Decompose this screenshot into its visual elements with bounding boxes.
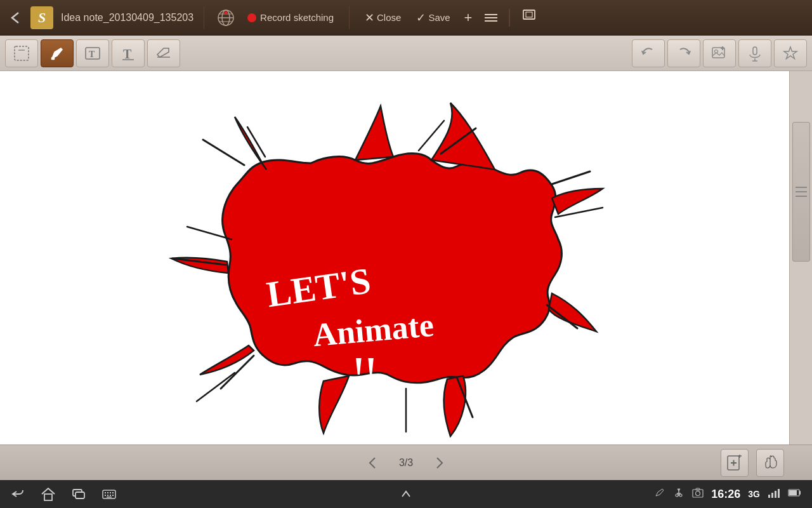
svg-marker-25 [784, 47, 797, 59]
page-indicator: 3/3 [399, 457, 413, 469]
scrollbar-thumb[interactable] [792, 122, 810, 262]
keyboard-button[interactable] [102, 486, 117, 502]
svg-rect-22 [753, 47, 757, 55]
title-sep2 [349, 6, 350, 29]
favorite-button[interactable] [774, 39, 807, 67]
svg-rect-11 [51, 57, 55, 60]
pagination-bar: 3/3 [0, 444, 812, 480]
svg-rect-69 [771, 493, 773, 498]
sketch-canvas: LET'S Animate !! [0, 71, 789, 444]
prev-page-button[interactable] [361, 451, 384, 474]
add-button[interactable]: + [461, 7, 476, 29]
next-page-button[interactable] [428, 451, 451, 474]
document-title: Idea note_20130409_135203 [61, 12, 193, 23]
svg-point-5 [225, 11, 228, 14]
svg-marker-64 [678, 489, 680, 491]
svg-rect-68 [768, 495, 770, 498]
svg-line-30 [552, 171, 590, 184]
redo-button[interactable] [667, 39, 700, 67]
close-label: Close [377, 12, 401, 23]
network-type: 3G [748, 489, 760, 499]
battery-icon [788, 488, 802, 500]
text-tool-button[interactable]: T [112, 39, 145, 67]
svg-rect-49 [75, 492, 84, 498]
svg-rect-55 [105, 495, 106, 496]
svg-rect-70 [775, 491, 776, 498]
svg-text:!!: !! [353, 349, 377, 391]
svg-line-36 [197, 373, 235, 401]
usb-icon [673, 487, 684, 501]
svg-rect-6 [523, 10, 535, 19]
svg-rect-51 [105, 492, 106, 493]
fullscreen-button[interactable] [518, 6, 540, 29]
save-label: Save [428, 12, 450, 23]
finger-tool-button[interactable] [756, 449, 784, 477]
svg-marker-16 [157, 48, 169, 57]
microphone-button[interactable] [738, 39, 771, 67]
up-arrow-button[interactable] [398, 486, 414, 502]
svg-point-63 [679, 494, 682, 497]
back-button[interactable] [5, 8, 25, 28]
svg-text:T: T [89, 50, 95, 59]
svg-rect-57 [110, 495, 111, 496]
select-tool-button[interactable] [5, 39, 38, 67]
svg-rect-7 [526, 12, 532, 17]
svg-rect-65 [693, 490, 703, 497]
text-border-tool-button[interactable]: T [76, 39, 109, 67]
record-dot [247, 13, 256, 22]
scrollbar[interactable] [789, 71, 812, 444]
svg-point-66 [696, 491, 700, 496]
close-button[interactable]: ✕ Close [360, 8, 406, 27]
svg-rect-74 [799, 491, 801, 495]
pen-icon [654, 487, 665, 501]
svg-rect-71 [778, 489, 780, 498]
divider [509, 9, 510, 27]
back-system-button[interactable] [10, 486, 25, 502]
svg-rect-52 [107, 492, 108, 493]
add-page-button[interactable] [721, 449, 749, 477]
save-button[interactable]: ✓ Save [411, 8, 455, 27]
signal-strength-icon [768, 487, 780, 501]
system-bar: 16:26 3G [0, 480, 812, 508]
svg-rect-59 [107, 497, 112, 498]
svg-rect-54 [112, 492, 114, 493]
svg-point-62 [676, 494, 678, 497]
eraser-tool-button[interactable] [147, 39, 180, 67]
recent-apps-button[interactable] [71, 486, 86, 502]
svg-line-26 [203, 140, 244, 165]
svg-rect-56 [107, 495, 108, 496]
app-icon: S [30, 6, 53, 29]
svg-rect-58 [112, 495, 114, 496]
toolbar: T T [0, 36, 812, 71]
system-status: 16:26 3G [654, 487, 802, 501]
svg-rect-53 [110, 492, 111, 493]
globe-button[interactable] [214, 6, 237, 29]
menu-button[interactable] [481, 11, 501, 24]
canvas-area[interactable]: LET'S Animate !! [0, 71, 789, 444]
svg-rect-73 [789, 490, 797, 495]
svg-text:T: T [123, 47, 132, 61]
pen-tool-button[interactable] [41, 39, 74, 67]
undo-button[interactable] [632, 39, 665, 67]
title-separator [204, 6, 204, 29]
system-time: 16:26 [711, 488, 740, 501]
svg-rect-47 [44, 494, 52, 500]
photo-icon [692, 487, 704, 501]
home-system-button[interactable] [41, 486, 56, 502]
record-label: Record sketching [260, 12, 334, 23]
insert-image-button[interactable] [703, 39, 736, 67]
title-bar: S Idea note_20130409_135203 Record sketc… [0, 0, 812, 36]
svg-rect-8 [15, 46, 29, 60]
record-sketching-button[interactable]: Record sketching [242, 10, 339, 25]
